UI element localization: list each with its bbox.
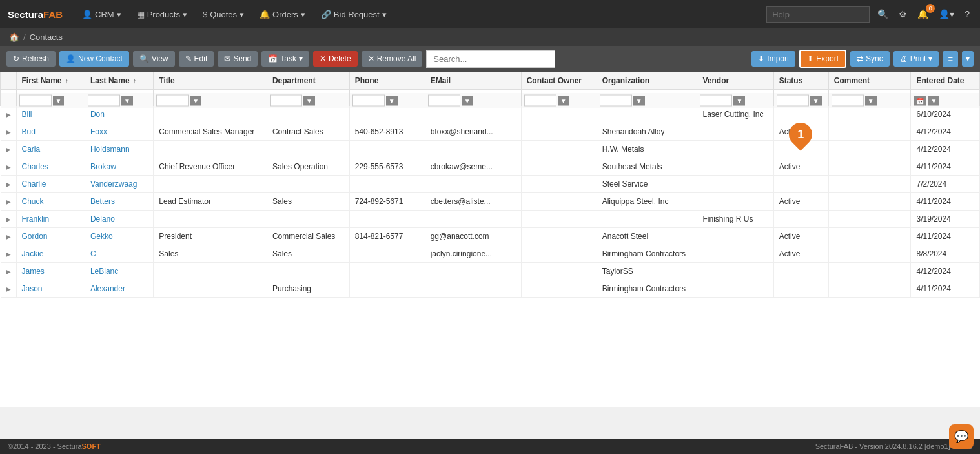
filter-input-phone[interactable] <box>352 95 385 107</box>
filter-input-first-name[interactable] <box>19 95 52 107</box>
home-icon[interactable]: 🏠 <box>9 32 19 42</box>
col-entered-date[interactable]: Entered Date <box>911 72 980 90</box>
filter-btn-contact-owner[interactable]: ▼ <box>558 96 569 105</box>
nav-quotes[interactable]: $ Quotes ▾ <box>196 6 250 23</box>
row-expander[interactable]: ▶ <box>1 211 17 228</box>
row-expander[interactable]: ▶ <box>1 263 17 280</box>
cell-last-name[interactable]: LeBlanc <box>85 263 153 280</box>
col-department[interactable]: Department <box>267 72 349 90</box>
filter-btn-date-calendar[interactable]: 📅 <box>914 96 926 105</box>
col-last-name[interactable]: Last Name ↑ <box>85 72 153 90</box>
filter-input-email[interactable] <box>428 95 460 107</box>
filter-btn-email[interactable]: ▼ <box>462 96 473 105</box>
new-contact-button[interactable]: 👤 New Contact <box>59 51 129 67</box>
cell-last-name[interactable]: Betters <box>85 193 153 211</box>
col-vendor[interactable]: Vendor <box>697 72 773 90</box>
filter-input-department[interactable] <box>270 95 302 107</box>
col-first-name[interactable]: First Name ↑ <box>16 72 85 90</box>
filter-input-last-name[interactable] <box>88 95 120 107</box>
task-button[interactable]: 📅 Task ▾ <box>261 51 309 67</box>
search-input[interactable] <box>426 50 555 68</box>
col-title[interactable]: Title <box>154 72 267 90</box>
filter-btn-title[interactable]: ▼ <box>190 96 201 105</box>
top-navigation: SecturaFAB 👤 CRM ▾ ▦ Products ▾ $ Quotes… <box>0 0 980 28</box>
cell-first-name[interactable]: Jason <box>16 280 85 298</box>
filter-input-contact-owner[interactable] <box>524 95 556 107</box>
cell-last-name[interactable]: Vanderzwaag <box>85 176 153 193</box>
nav-products[interactable]: ▦ Products ▾ <box>130 6 194 23</box>
cell-last-name[interactable]: Brokaw <box>85 158 153 176</box>
cell-last-name[interactable]: Holdsmann <box>85 141 153 158</box>
col-contact-owner[interactable]: Contact Owner <box>521 72 597 90</box>
sync-button[interactable]: ⇄ Sync <box>850 51 890 67</box>
row-expander[interactable]: ▶ <box>1 193 17 211</box>
user-account-icon[interactable]: 👤▾ <box>936 6 957 22</box>
filter-btn-department[interactable]: ▼ <box>303 96 315 105</box>
row-expander[interactable]: ▶ <box>1 176 17 193</box>
delete-button[interactable]: ✕ Delete <box>313 51 358 67</box>
help-icon[interactable]: ? <box>962 6 972 22</box>
notifications-icon[interactable]: 🔔 0 <box>915 6 931 22</box>
filter-input-comment[interactable] <box>832 95 864 107</box>
columns-button[interactable]: ≡ <box>943 51 958 67</box>
row-expander[interactable]: ▶ <box>1 228 17 245</box>
filter-btn-status[interactable]: ▼ <box>810 96 822 105</box>
cell-last-name[interactable]: Delano <box>85 211 153 228</box>
refresh-button[interactable]: ↻ Refresh <box>6 51 56 67</box>
remove-all-button[interactable]: ✕ Remove All <box>362 51 423 67</box>
view-button[interactable]: 🔍 View <box>133 51 175 67</box>
cell-entered-date: 4/11/2024 <box>911 193 980 211</box>
filter-btn-date[interactable]: ▼ <box>928 96 939 105</box>
row-expander[interactable]: ▶ <box>1 158 17 176</box>
cell-first-name[interactable]: Chuck <box>16 193 85 211</box>
nav-help-search[interactable] <box>766 6 870 23</box>
nav-bid-request[interactable]: 🔗 Bid Request ▾ <box>314 6 393 23</box>
filter-input-vendor[interactable] <box>700 95 732 107</box>
filter-btn-phone[interactable]: ▼ <box>386 96 398 105</box>
cell-first-name[interactable]: Carla <box>16 141 85 158</box>
row-expander[interactable]: ▶ <box>1 245 17 263</box>
search-icon[interactable]: 🔍 <box>875 6 891 22</box>
view-icon: 🔍 <box>139 54 149 63</box>
filter-input-status[interactable] <box>777 95 809 107</box>
filter-input-organization[interactable] <box>600 95 632 107</box>
filter-btn-first-name[interactable]: ▼ <box>53 96 65 105</box>
filter-btn-organization[interactable]: ▼ <box>633 96 645 105</box>
filter-btn-vendor[interactable]: ▼ <box>733 96 745 105</box>
cell-last-name[interactable]: Gekko <box>85 228 153 245</box>
filter-btn-last-name[interactable]: ▼ <box>121 96 133 105</box>
cell-first-name[interactable]: Bud <box>16 123 85 141</box>
col-email[interactable]: EMail <box>425 72 521 90</box>
cell-contact-owner <box>521 158 597 176</box>
cell-last-name[interactable]: Alexander <box>85 280 153 298</box>
nav-crm[interactable]: 👤 CRM ▾ <box>76 6 128 23</box>
cell-status: Active <box>773 228 828 245</box>
col-comment[interactable]: Comment <box>828 72 911 90</box>
table-row: ▶CharlieVanderzwaagSteel Service7/2/2024 <box>1 176 980 193</box>
cell-first-name[interactable]: Charlie <box>16 176 85 193</box>
cell-last-name[interactable]: C <box>85 245 153 263</box>
row-expander[interactable]: ▶ <box>1 141 17 158</box>
gear-icon[interactable]: ⚙ <box>896 6 910 22</box>
nav-orders[interactable]: 🔔 Orders ▾ <box>253 6 312 23</box>
col-status[interactable]: Status <box>773 72 828 90</box>
row-expander[interactable]: ▶ <box>1 280 17 298</box>
columns-dropdown-button[interactable]: ▾ <box>962 51 974 67</box>
col-phone[interactable]: Phone <box>349 72 425 90</box>
export-button[interactable]: ⬆ Export <box>799 50 846 68</box>
person-add-icon: 👤 <box>66 54 76 63</box>
cell-first-name[interactable]: Charles <box>16 158 85 176</box>
import-button[interactable]: ⬇ Import <box>751 51 795 67</box>
edit-button[interactable]: ✎ Edit <box>179 51 214 67</box>
send-button[interactable]: ✉ Send <box>218 51 258 67</box>
cell-first-name[interactable]: Franklin <box>16 211 85 228</box>
print-button[interactable]: 🖨 Print ▾ <box>893 51 939 67</box>
cell-first-name[interactable]: Gordon <box>16 228 85 245</box>
filter-btn-comment[interactable]: ▼ <box>865 96 877 105</box>
row-expander[interactable]: ▶ <box>1 123 17 141</box>
cell-first-name[interactable]: Jackie <box>16 245 85 263</box>
cell-first-name[interactable]: James <box>16 263 85 280</box>
cell-last-name[interactable]: Foxx <box>85 123 153 141</box>
filter-input-title[interactable] <box>156 95 189 107</box>
col-organization[interactable]: Organization <box>597 72 697 90</box>
